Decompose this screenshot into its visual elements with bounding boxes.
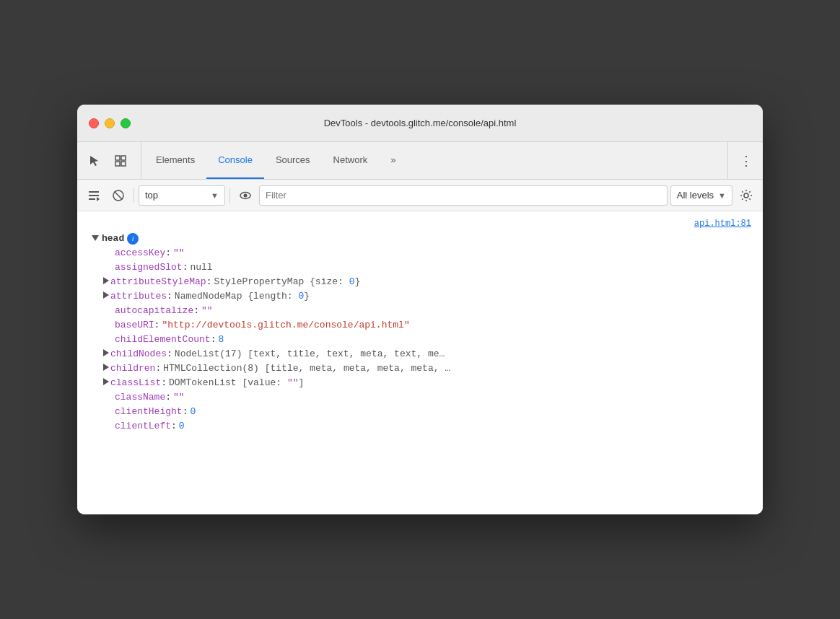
window-title: DevTools - devtools.glitch.me/console/ap…	[324, 118, 517, 128]
tab-console[interactable]: Console	[206, 142, 264, 179]
table-row: autocapitalize: ""	[103, 304, 763, 318]
svg-line-9	[115, 191, 123, 199]
table-row[interactable]: attributes: NamedNodeMap {length: 0}	[103, 289, 763, 304]
toolbar-divider-1	[134, 188, 134, 203]
minimize-button[interactable]	[105, 118, 115, 128]
block-icon	[112, 189, 125, 202]
level-selector[interactable]: All levels ▼	[670, 185, 732, 206]
table-row[interactable]: classList: DOMTokenList [value: ""]	[103, 376, 763, 390]
table-row: accessKey: ""	[103, 246, 763, 260]
settings-btn[interactable]	[735, 185, 757, 206]
traffic-lights	[89, 118, 131, 128]
svg-rect-1	[121, 156, 126, 160]
context-selector[interactable]: top ▼	[139, 185, 225, 206]
svg-rect-2	[115, 162, 120, 166]
svg-rect-0	[115, 156, 120, 160]
table-row: childElementCount: 8	[103, 333, 763, 347]
object-root-row[interactable]: head i	[77, 232, 763, 246]
ellipsis-icon: ⋮	[740, 153, 752, 169]
tab-network[interactable]: Network	[322, 142, 380, 179]
block-icon-btn[interactable]	[108, 185, 129, 206]
svg-rect-3	[121, 162, 126, 166]
collapse-triangle[interactable]	[92, 235, 99, 241]
svg-rect-4	[89, 191, 99, 193]
object-name: head	[102, 232, 124, 245]
tab-bar-icons	[83, 142, 141, 179]
eye-icon-btn[interactable]	[235, 185, 256, 206]
svg-point-12	[744, 193, 748, 198]
more-options-btn[interactable]: ⋮	[734, 149, 757, 172]
console-toolbar: top ▼ All levels ▼	[77, 180, 763, 211]
tabs: Elements Console Sources Network »	[144, 142, 727, 179]
maximize-button[interactable]	[121, 118, 131, 128]
clear-console-btn[interactable]	[83, 185, 105, 206]
eye-icon	[239, 189, 252, 202]
cursor-icon-btn[interactable]	[83, 149, 106, 172]
console-content: api.html:81 head i accessKey: "" assigne…	[77, 211, 763, 514]
svg-marker-7	[97, 197, 100, 201]
close-button[interactable]	[89, 118, 99, 128]
table-row[interactable]: children: HTMLCollection(8) [title, meta…	[103, 361, 763, 376]
toolbar-divider-2	[229, 188, 230, 203]
execute-icon	[87, 189, 100, 202]
expand-triangle[interactable]	[103, 364, 109, 371]
expand-triangle[interactable]	[103, 277, 109, 284]
table-row: className: ""	[103, 390, 763, 405]
filter-input[interactable]	[259, 185, 668, 206]
expand-triangle[interactable]	[103, 291, 109, 299]
table-row: clientHeight: 0	[103, 405, 763, 419]
inspect-icon-btn[interactable]	[109, 149, 132, 172]
table-row[interactable]: attributeStyleMap: StylePropertyMap {siz…	[103, 275, 763, 289]
cursor-icon	[88, 154, 101, 167]
expand-triangle[interactable]	[103, 378, 109, 385]
base-uri-link[interactable]: "http://devtools.glitch.me/console/api.h…	[162, 319, 409, 332]
file-reference[interactable]: api.html:81	[77, 217, 763, 232]
context-selector-arrow: ▼	[211, 191, 219, 200]
table-row: assignedSlot: null	[103, 260, 763, 275]
svg-rect-6	[89, 198, 95, 200]
svg-rect-5	[89, 195, 99, 196]
info-badge[interactable]: i	[127, 233, 139, 245]
gear-icon	[740, 189, 753, 202]
expand-triangle[interactable]	[103, 349, 109, 356]
tab-more[interactable]: »	[379, 142, 407, 179]
tab-bar: Elements Console Sources Network » ⋮	[77, 142, 763, 180]
expand-spacer	[77, 232, 92, 245]
inspect-icon	[114, 154, 127, 167]
table-row[interactable]: childNodes: NodeList(17) [text, title, t…	[103, 347, 763, 361]
devtools-window: DevTools - devtools.glitch.me/console/ap…	[77, 105, 763, 514]
svg-point-11	[244, 193, 248, 197]
title-bar: DevTools - devtools.glitch.me/console/ap…	[77, 105, 763, 142]
table-row: clientLeft: 0	[103, 419, 763, 434]
tab-sources[interactable]: Sources	[264, 142, 322, 179]
tab-elements[interactable]: Elements	[144, 142, 206, 179]
level-selector-arrow: ▼	[718, 191, 726, 200]
tab-bar-right: ⋮	[727, 142, 757, 179]
table-row: baseURI: "http://devtools.glitch.me/cons…	[103, 318, 763, 333]
